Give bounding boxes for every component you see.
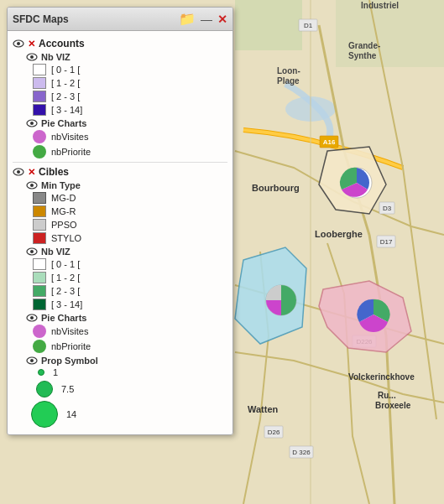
accounts-nbviz-color-3: [33, 104, 46, 116]
accounts-nbviz-item-1: [ 1 - 2 [: [33, 77, 227, 89]
cibles-nbviz-color-1: [33, 272, 46, 283]
svg-text:Industriel: Industriel: [361, 1, 399, 10]
svg-text:D17: D17: [380, 238, 393, 246]
cibles-nbviz-label-1: [ 1 - 2 [: [51, 273, 80, 283]
cibles-propsymbol-item-2: 14: [31, 401, 227, 428]
cibles-propsymbol-circle-2: [31, 401, 58, 428]
accounts-nbviz-color-1: [33, 77, 46, 89]
accounts-nbviz-item-3: [ 3 - 14]: [33, 104, 227, 116]
cibles-x-icon[interactable]: ✕: [28, 167, 35, 178]
cibles-mintype-label-mgd: MG-D: [51, 193, 76, 203]
cibles-propsymbol-value-2: 14: [66, 409, 76, 419]
cibles-piechart-label-1: nbPriorite: [51, 341, 91, 351]
accounts-eye-icon[interactable]: [13, 39, 24, 48]
cibles-propsymbol-header: Prop Symbol: [26, 356, 227, 366]
svg-text:D1: D1: [304, 22, 313, 29]
accounts-nbviz-label: Nb VIZ: [41, 52, 71, 62]
cibles-propsymbol-item-0: 1: [38, 367, 227, 377]
svg-text:A16: A16: [323, 138, 336, 146]
cibles-mintype-label-ppso: PPSO: [51, 220, 77, 230]
svg-rect-2: [235, 0, 302, 50]
cibles-mintype-item-1: MG-R: [33, 205, 227, 217]
accounts-piechart-swatch-1: [33, 145, 46, 158]
cibles-nbviz-item-1: [ 1 - 2 [: [33, 272, 227, 283]
accounts-x-icon[interactable]: ✕: [28, 39, 35, 49]
section-divider: [13, 162, 227, 163]
svg-text:Volckerinckhove: Volckerinckhove: [348, 372, 415, 382]
svg-point-40: [30, 122, 34, 125]
svg-text:D26: D26: [268, 429, 280, 436]
cibles-eye-icon[interactable]: [13, 168, 24, 176]
accounts-piechart-swatch-0: [33, 130, 46, 143]
cibles-propsymbol-eye-icon[interactable]: [26, 356, 38, 365]
cibles-nbviz-eye-icon[interactable]: [26, 247, 38, 256]
accounts-nbviz-item-2: [ 2 - 3 [: [33, 91, 227, 102]
cibles-piecharts-eye-icon[interactable]: [26, 314, 38, 322]
cibles-propsymbol-circle-0: [38, 369, 44, 376]
cibles-piechart-item-0: nbVisites: [33, 325, 227, 338]
legend-panel: SFDC Maps 📁 — ✕ ✕ Accounts Nb VIZ: [7, 7, 233, 435]
accounts-nbviz-color-2: [33, 91, 46, 102]
folder-icon[interactable]: 📁: [179, 11, 196, 27]
cibles-nbviz-color-2: [33, 285, 46, 297]
svg-point-42: [17, 170, 20, 174]
accounts-piecharts-label: Pie Charts: [41, 118, 86, 128]
svg-point-46: [30, 250, 34, 253]
accounts-piecharts-header: Pie Charts: [26, 118, 227, 128]
cibles-title: Cibles: [39, 166, 69, 178]
close-icon[interactable]: ✕: [217, 13, 227, 26]
legend-body: ✕ Accounts Nb VIZ [ 0 - 1 [ [ 1 - 2 [ [ …: [8, 31, 232, 434]
svg-text:Looberghe: Looberghe: [315, 229, 363, 239]
accounts-piechart-item-0: nbVisites: [33, 130, 227, 143]
cibles-mintype-color-mgd: [33, 192, 46, 204]
accounts-nbviz-label-0: [ 0 - 1 [: [51, 65, 80, 75]
cibles-nbviz-item-2: [ 2 - 3 [: [33, 285, 227, 297]
cibles-propsymbol-value-1: 7.5: [61, 384, 74, 394]
cibles-section-header: ✕ Cibles: [13, 166, 227, 178]
cibles-mintype-item-2: PPSO: [33, 219, 227, 231]
cibles-propsymbol-label: Prop Symbol: [41, 356, 98, 366]
cibles-mintype-eye-icon[interactable]: [26, 181, 38, 190]
svg-text:D 326: D 326: [292, 449, 311, 456]
accounts-piecharts-eye-icon[interactable]: [26, 119, 38, 127]
cibles-nbviz-label-0: [ 0 - 1 [: [51, 259, 80, 269]
cibles-propsymbol-circle-1: [36, 381, 53, 397]
accounts-nbviz-eye-icon[interactable]: [26, 53, 38, 61]
cibles-piechart-label-0: nbVisites: [51, 326, 88, 336]
accounts-title: Accounts: [39, 38, 85, 49]
svg-point-36: [17, 42, 20, 45]
cibles-nbviz-color-3: [33, 299, 46, 310]
accounts-nbviz-label-2: [ 2 - 3 [: [51, 91, 80, 101]
cibles-mintype-header: Min Type: [26, 180, 227, 190]
accounts-nbviz-color-0: [33, 64, 46, 75]
cibles-mintype-color-mgr: [33, 205, 46, 217]
cibles-mintype-label-mgr: MG-R: [51, 206, 76, 216]
svg-text:Grande-: Grande-: [348, 41, 380, 50]
accounts-piechart-label-1: nbPriorite: [51, 147, 91, 157]
accounts-nbviz-label-1: [ 1 - 2 [: [51, 78, 80, 88]
cibles-nbviz-label-2: [ 2 - 3 [: [51, 286, 80, 296]
cibles-nbviz-color-0: [33, 258, 46, 270]
accounts-nbviz-label-3: [ 3 - 14]: [51, 105, 82, 115]
cibles-nbviz-item-3: [ 3 - 14]: [33, 299, 227, 310]
svg-point-50: [30, 359, 34, 362]
cibles-mintype-item-0: MG-D: [33, 192, 227, 204]
cibles-piechart-swatch-1: [33, 340, 46, 353]
svg-text:Loon-: Loon-: [277, 66, 300, 75]
accounts-nbviz-header: Nb VIZ: [26, 52, 227, 62]
cibles-mintype-label: Min Type: [41, 180, 81, 190]
cibles-nbviz-label-3: [ 3 - 14]: [51, 299, 82, 309]
minimize-icon[interactable]: —: [199, 13, 214, 26]
svg-text:Bourbourg: Bourbourg: [252, 183, 300, 193]
cibles-mintype-label-stylo: STYLO: [51, 233, 81, 243]
svg-text:Broxeele: Broxeele: [375, 401, 411, 410]
accounts-section-header: ✕ Accounts: [13, 38, 227, 49]
svg-text:Synthe: Synthe: [348, 51, 377, 60]
cibles-propsymbol-item-1: 7.5: [36, 381, 227, 397]
svg-text:Watten: Watten: [248, 404, 279, 414]
cibles-piecharts-label: Pie Charts: [41, 313, 86, 323]
cibles-piecharts-header: Pie Charts: [26, 313, 227, 323]
accounts-nbviz-item-0: [ 0 - 1 [: [33, 64, 227, 75]
cibles-nbviz-label: Nb VIZ: [41, 247, 71, 257]
legend-titlebar: SFDC Maps 📁 — ✕: [8, 8, 232, 31]
